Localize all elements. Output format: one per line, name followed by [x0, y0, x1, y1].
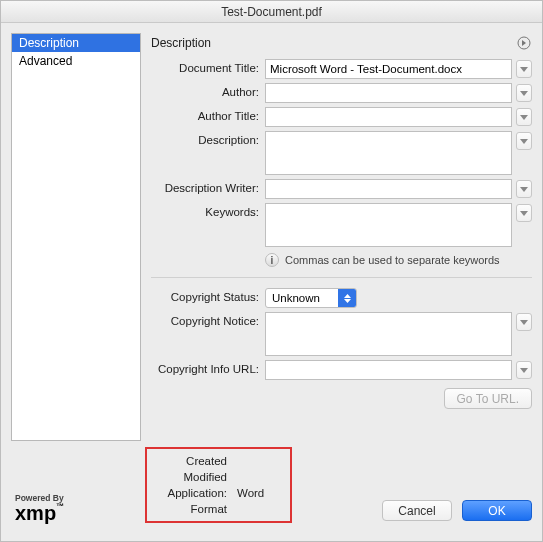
copyright-url-history-icon[interactable] [516, 361, 532, 379]
metadata-summary: Created Modified Application:Word Format [145, 447, 292, 523]
copyright-url-input[interactable] [265, 360, 512, 380]
keywords-hint-row: i Commas can be used to separate keyword… [265, 253, 532, 267]
group-basic: Document Title: Author: [151, 59, 532, 278]
go-to-url-button[interactable]: Go To URL. [444, 388, 532, 409]
label-author-title: Author Title: [151, 107, 259, 122]
label-description-writer: Description Writer: [151, 179, 259, 194]
copyright-notice-history-icon[interactable] [516, 313, 532, 331]
label-keywords: Keywords: [151, 203, 259, 218]
label-author: Author: [151, 83, 259, 98]
dialog-buttons: Cancel OK [302, 500, 532, 523]
xmp-logo: xmp™ [15, 503, 131, 523]
select-arrows-icon [338, 289, 356, 307]
window-title: Test-Document.pdf [221, 5, 322, 19]
sidebar-item-label: Description [19, 36, 79, 50]
keywords-textarea[interactable] [265, 203, 512, 247]
modified-label: Modified [157, 469, 227, 485]
dialog-window: Test-Document.pdf Description Advanced D… [0, 0, 543, 542]
description-writer-input[interactable] [265, 179, 512, 199]
xmp-branding: Powered By xmp™ [11, 493, 131, 523]
description-textarea[interactable] [265, 131, 512, 175]
main-panel: Description Document Title: Autho [151, 33, 532, 441]
copyright-notice-textarea[interactable] [265, 312, 512, 356]
label-copyright-notice: Copyright Notice: [151, 312, 259, 327]
label-description: Description: [151, 131, 259, 146]
sidebar-item-description[interactable]: Description [12, 34, 140, 52]
format-label: Format [157, 501, 227, 517]
group-copyright: Copyright Status: Unknown [151, 288, 532, 409]
author-title-input[interactable] [265, 107, 512, 127]
description-writer-history-icon[interactable] [516, 180, 532, 198]
author-title-history-icon[interactable] [516, 108, 532, 126]
ok-button[interactable]: OK [462, 500, 532, 521]
keywords-hint: Commas can be used to separate keywords [285, 254, 500, 266]
flyout-menu-icon[interactable] [516, 35, 532, 51]
author-history-icon[interactable] [516, 84, 532, 102]
info-icon: i [265, 253, 279, 267]
copyright-status-select[interactable]: Unknown [265, 288, 357, 308]
application-value: Word [237, 485, 264, 501]
footer: Powered By xmp™ Created Modified Applica… [11, 447, 532, 523]
copyright-status-value: Unknown [266, 289, 338, 307]
label-copyright-url: Copyright Info URL: [151, 360, 259, 375]
sidebar-item-label: Advanced [19, 54, 72, 68]
application-label: Application: [157, 485, 227, 501]
sidebar-item-advanced[interactable]: Advanced [12, 52, 140, 70]
description-history-icon[interactable] [516, 132, 532, 150]
label-copyright-status: Copyright Status: [151, 288, 259, 303]
content: Description Advanced Description Documen… [1, 23, 542, 541]
titlebar: Test-Document.pdf [1, 1, 542, 23]
keywords-history-icon[interactable] [516, 204, 532, 222]
document-title-history-icon[interactable] [516, 60, 532, 78]
document-title-input[interactable] [265, 59, 512, 79]
label-document-title: Document Title: [151, 59, 259, 74]
created-label: Created [157, 453, 227, 469]
author-input[interactable] [265, 83, 512, 103]
sidebar: Description Advanced [11, 33, 141, 441]
cancel-button[interactable]: Cancel [382, 500, 452, 521]
panel-heading: Description [151, 36, 516, 50]
